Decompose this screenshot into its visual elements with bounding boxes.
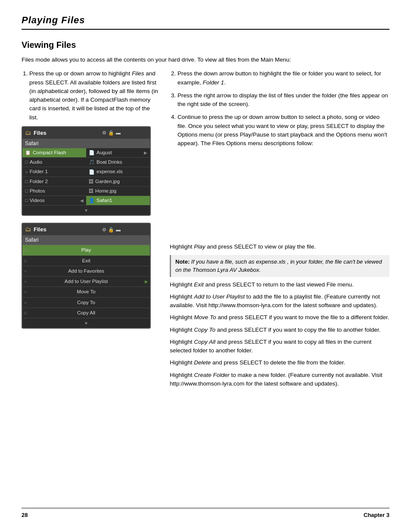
- playlist-right-arrow: ▶: [145, 278, 148, 285]
- screen2-header: 🗂 Files ⚙ 🔒 ▬: [22, 224, 150, 235]
- move-label: Move To: [77, 288, 95, 296]
- right-column: Press the down arrow button to highlight…: [170, 69, 389, 392]
- step-1: Press the up or down arrow to highlight …: [29, 69, 159, 122]
- step-4: Continue to press the up or down arrow b…: [177, 113, 389, 148]
- safari-label: Safari1: [97, 197, 112, 204]
- note-box: Note: If you have a file, such as expens…: [170, 255, 389, 277]
- step-2: Press the down arrow button to highlight…: [177, 69, 389, 87]
- screen2-status-icons: ⚙ 🔒 ▬: [102, 226, 121, 233]
- copyall-label: Copy All: [77, 309, 95, 317]
- screen2-folder-icon: 🗂: [25, 225, 31, 234]
- screen2-menu-copyall: □ Copy All: [22, 308, 150, 318]
- garden-label: Garden.jpg: [95, 178, 120, 185]
- safari-arrow: ▶: [144, 197, 147, 204]
- screen1-folder-icon: 🗂: [25, 128, 31, 137]
- screen1-status-icons: ⚙ 🔒 ▬: [102, 129, 121, 137]
- screen1-item-folder1: ○ Folder 1: [22, 167, 86, 177]
- august-arrow: ▶: [144, 149, 147, 156]
- screen1-right-col: 📄 August ▶ 🎵 Boat Drinks 📄 expense.xls 🖼: [86, 148, 150, 206]
- folder2-icon: □: [25, 178, 28, 185]
- screen2-menu-copy: ○ Copy To: [22, 298, 150, 308]
- screen2-menu-playlist: ○ Add to User Playlist ▶: [22, 277, 150, 287]
- note-text: If you have a file, such as expense.xls …: [175, 258, 382, 274]
- expense-icon: 📄: [89, 168, 95, 176]
- para-highlight-play: Highlight Play and press SELECT to view …: [170, 243, 389, 251]
- screen2-icon2: 🔒: [108, 226, 114, 233]
- screen1-item-videos: □ Videos ◀: [22, 196, 86, 205]
- playlist-label: Add to User Playlist: [65, 278, 108, 285]
- screen1-icon3: ▬: [116, 129, 121, 137]
- screen2-title: Files: [34, 225, 100, 234]
- screen2-icon3: ▬: [116, 226, 121, 233]
- screen1-title: Files: [34, 129, 100, 137]
- screen1-left-col: 📋 Compact Flash ▶ □ Audio ○ Folder 1 □: [22, 148, 86, 206]
- videos-icon: □: [25, 197, 28, 204]
- folder2-label: Folder 2: [30, 178, 48, 185]
- screen-mockup-1: 🗂 Files ⚙ 🔒 ▬ Safari 📋 Compact Flash ▶: [22, 126, 151, 216]
- page-header: Playing Files: [22, 13, 389, 30]
- play-left-icon: □: [24, 247, 27, 253]
- screen2-menu-play: □ Play ▶: [22, 245, 150, 255]
- compact-flash-arrow: ▶: [80, 149, 84, 156]
- intro-text: Files mode allows you to access all the …: [22, 56, 389, 64]
- footer-page-number: 28: [22, 511, 28, 520]
- screen2-footer: ▼: [22, 318, 150, 328]
- screen1-item-august: 📄 August ▶: [86, 148, 150, 158]
- garden-icon: 🖼: [89, 178, 93, 185]
- august-icon: 📄: [89, 149, 95, 156]
- august-label: August: [97, 149, 112, 156]
- folder1-icon: ○: [25, 168, 28, 176]
- photos-icon: □: [25, 187, 28, 195]
- favorites-label: Add to Favorites: [68, 268, 104, 275]
- copy-label: Copy To: [77, 299, 95, 306]
- screen2-menu-exit: □ Exit: [22, 256, 150, 266]
- screen1-item-photos: □ Photos: [22, 187, 86, 196]
- step-list-2: Press the down arrow button to highlight…: [170, 69, 389, 148]
- screen2-menu-favorites: ○ Add to Favorites: [22, 266, 150, 277]
- screen1-down-arrow: ▼: [84, 208, 88, 213]
- screen2-menu-move: ○ Move To: [22, 287, 150, 297]
- boat-drinks-icon: 🎵: [89, 159, 95, 166]
- copy-left-icon: ○: [24, 299, 27, 306]
- screen1-item-garden: 🖼 Garden.jpg: [86, 177, 150, 187]
- screen-mockup-2: 🗂 Files ⚙ 🔒 ▬ Safari □ Play ▶ □ Exit: [22, 223, 151, 329]
- screen1-content: 📋 Compact Flash ▶ □ Audio ○ Folder 1 □: [22, 148, 150, 206]
- step-3: Press the right arrow to display the lis…: [177, 91, 389, 109]
- screen2-down-arrow: ▼: [84, 321, 88, 326]
- screen1-item-audio: □ Audio: [22, 158, 86, 167]
- para-highlight-copy: Highlight Copy To and press SELECT if yo…: [170, 326, 389, 334]
- section-title: Viewing Files: [22, 38, 389, 51]
- screen1-footer: ▼: [22, 205, 150, 215]
- para-highlight-add-playlist: Highlight Add to User Playlist to add th…: [170, 292, 389, 310]
- para-highlight-move: Highlight Move To and press SELECT if yo…: [170, 313, 389, 322]
- compact-flash-label: Compact Flash: [33, 149, 66, 156]
- note-label: Note:: [175, 258, 190, 265]
- screen1-header: 🗂 Files ⚙ 🔒 ▬: [22, 127, 150, 139]
- step-list: Press the up or down arrow to highlight …: [22, 69, 159, 122]
- descriptions-section: Highlight Play and press SELECT to view …: [170, 243, 389, 388]
- para-highlight-create: Highlight Create Folder to make a new fo…: [170, 371, 389, 389]
- screen1-item-boat-drinks: 🎵 Boat Drinks: [86, 158, 150, 167]
- screen1-item-compact-flash: 📋 Compact Flash ▶: [22, 148, 86, 158]
- para-highlight-delete: Highlight Delete and press SELECT to del…: [170, 358, 389, 367]
- videos-arrow: ◀: [80, 197, 84, 204]
- screen1-icon2: 🔒: [108, 129, 114, 137]
- boat-drinks-label: Boat Drinks: [97, 159, 122, 166]
- safari-icon: 👤: [89, 197, 95, 204]
- screen1-subtitle: Safari: [22, 139, 150, 148]
- home-icon: 🖼: [89, 187, 93, 195]
- photos-label: Photos: [30, 187, 45, 195]
- play-label: Play: [81, 246, 91, 254]
- home-label: Home.jpg: [95, 187, 116, 195]
- favorites-left-icon: ○: [24, 268, 27, 274]
- play-right-arrow: ▶: [145, 247, 148, 253]
- folder1-label: Folder 1: [30, 168, 48, 175]
- compact-flash-icon: 📋: [25, 149, 31, 156]
- screen1-item-expense: 📄 expense.xls: [86, 167, 150, 177]
- playlist-left-icon: ○: [24, 278, 27, 285]
- audio-icon: □: [25, 159, 28, 166]
- screen1-icon1: ⚙: [102, 129, 106, 137]
- para-highlight-exit: Highlight Exit and press SELECT to retur…: [170, 280, 389, 289]
- para-highlight-copy-all: Highlight Copy All and press SELECT if y…: [170, 338, 389, 355]
- move-left-icon: ○: [24, 289, 27, 295]
